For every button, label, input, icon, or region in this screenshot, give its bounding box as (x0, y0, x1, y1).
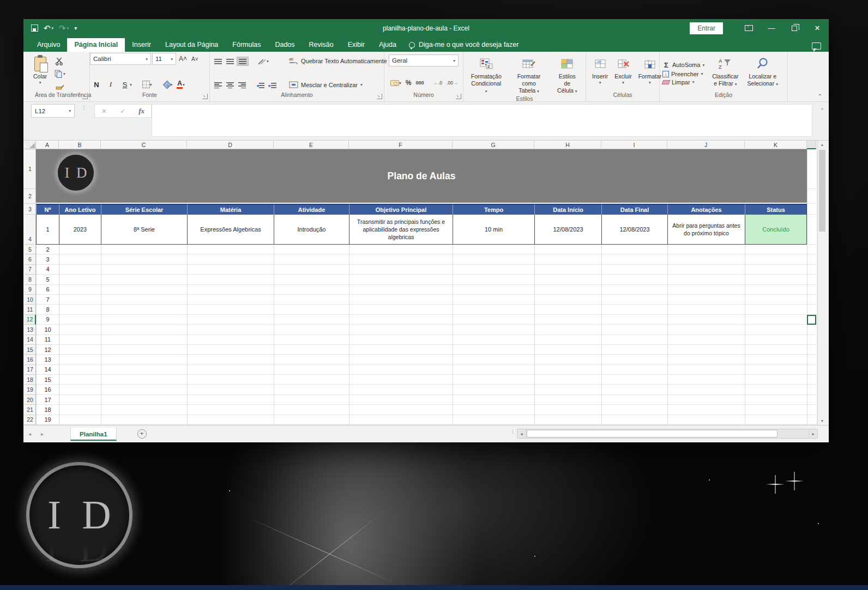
empty-cell[interactable] (274, 265, 349, 275)
empty-cell[interactable] (101, 254, 187, 264)
column-header-e[interactable]: E (274, 141, 349, 149)
data-cell[interactable]: 1 (36, 215, 59, 245)
cell-a5[interactable]: 2 (36, 245, 59, 254)
empty-cell[interactable] (745, 325, 807, 334)
empty-cell[interactable] (745, 415, 807, 425)
increase-indent-button[interactable]: ▸ (267, 81, 279, 89)
empty-cell[interactable] (349, 325, 453, 334)
empty-cell[interactable] (601, 265, 667, 275)
empty-cell[interactable] (601, 315, 667, 325)
empty-cell[interactable] (601, 335, 667, 345)
add-sheet-button[interactable]: + (137, 429, 147, 439)
data-cell[interactable]: Abrir para perguntas antes do próximo tó… (667, 215, 745, 245)
borders-button[interactable]: ▾ (141, 80, 154, 89)
empty-cell[interactable] (453, 315, 534, 325)
cell-a6[interactable]: 3 (36, 254, 59, 264)
empty-cell[interactable] (601, 385, 667, 394)
data-cell[interactable]: 8ª Serie (101, 215, 187, 245)
feedback-icon[interactable] (812, 42, 821, 50)
empty-cell[interactable] (745, 385, 807, 394)
empty-cell[interactable] (349, 375, 453, 385)
table-header-cell[interactable]: Data Final (601, 204, 667, 215)
cancel-button[interactable]: ✕ (101, 107, 107, 115)
empty-cell[interactable] (745, 254, 807, 264)
empty-cell[interactable] (745, 245, 807, 254)
empty-cell[interactable] (534, 315, 601, 325)
column-header-f[interactable]: F (349, 141, 453, 149)
cell-a10[interactable]: 7 (36, 295, 59, 305)
sheet-nav-left-icon[interactable]: ◂ (23, 431, 36, 437)
cell-a19[interactable]: 16 (36, 385, 59, 394)
empty-cell[interactable] (745, 405, 807, 415)
empty-cell[interactable] (534, 325, 601, 334)
empty-cell[interactable] (601, 365, 667, 375)
ribbon-tab-f-rmulas[interactable]: Fórmulas (225, 38, 268, 52)
empty-cell[interactable] (349, 415, 453, 425)
delete-cells-button[interactable]: Excluir ▾ (611, 54, 635, 92)
insert-cells-button[interactable]: ← Inserir ▾ (589, 54, 611, 92)
fill-button[interactable]: ↓Preencher▾ (662, 71, 704, 77)
empty-cell[interactable] (745, 265, 807, 275)
ribbon-tab-p-gina-inicial[interactable]: Página Inicial (67, 38, 125, 52)
vertical-scrollbar[interactable]: ▲ ▼ (817, 141, 827, 425)
empty-cell[interactable] (667, 325, 745, 334)
row-header[interactable]: 20 (25, 395, 36, 405)
empty-cell[interactable] (534, 335, 601, 345)
column-header-b[interactable]: B (59, 141, 101, 149)
empty-cell[interactable] (274, 325, 349, 334)
undo-button[interactable]: ↶▾ (44, 24, 53, 32)
scroll-up-icon[interactable]: ▲ (818, 141, 827, 149)
empty-cell[interactable] (349, 265, 453, 275)
empty-cell[interactable] (59, 305, 101, 314)
empty-cell[interactable] (59, 355, 101, 364)
data-cell[interactable]: Expressões Algebricas (187, 215, 274, 245)
empty-cell[interactable] (349, 245, 453, 254)
empty-cell[interactable] (101, 415, 187, 425)
empty-cell[interactable] (667, 275, 745, 284)
row-header[interactable]: 17 (25, 365, 36, 375)
empty-cell[interactable] (349, 355, 453, 364)
empty-cell[interactable] (59, 415, 101, 425)
empty-cell[interactable] (807, 295, 816, 305)
font-size-select[interactable]: 11▾ (152, 53, 176, 65)
row-header[interactable]: 22 (25, 415, 36, 425)
redo-button[interactable]: ↷▾ (59, 24, 69, 32)
empty-cell[interactable] (101, 405, 187, 415)
empty-cell[interactable] (453, 415, 534, 425)
empty-cell[interactable] (187, 415, 274, 425)
shrink-font-button[interactable]: A˅ (190, 55, 200, 63)
cell-styles-button[interactable]: Estilos de Célula ▾ (552, 54, 583, 95)
horizontal-scrollbar[interactable]: ◂ ▸ (517, 429, 818, 439)
column-header-a[interactable]: A (36, 141, 59, 149)
empty-cell[interactable] (807, 405, 816, 415)
scroll-left-icon[interactable]: ◂ (517, 429, 526, 438)
empty-cell[interactable] (59, 254, 101, 264)
clipboard-dialog-launcher[interactable]: ↘ (82, 94, 88, 99)
empty-cell[interactable] (601, 285, 667, 295)
wrap-text-button[interactable]: ab Quebrar Texto Automaticamente (287, 56, 389, 65)
empty-cell[interactable] (274, 365, 349, 375)
table-header-cell[interactable]: Anotações (667, 204, 745, 215)
name-box[interactable]: L12 ▾ (31, 104, 75, 118)
column-header-j[interactable]: J (667, 141, 745, 149)
empty-cell[interactable] (101, 275, 187, 284)
empty-cell[interactable] (807, 355, 816, 364)
cell-a21[interactable]: 18 (36, 405, 59, 415)
empty-cell[interactable] (534, 345, 601, 355)
empty-cell[interactable] (274, 345, 349, 355)
data-cell[interactable]: Introdução (274, 215, 349, 245)
empty-cell[interactable] (453, 345, 534, 355)
empty-cell[interactable] (667, 345, 745, 355)
empty-cell[interactable] (745, 355, 807, 364)
empty-cell[interactable] (187, 275, 274, 284)
formula-input[interactable] (152, 104, 812, 137)
empty-cell[interactable] (667, 315, 745, 325)
restore-button[interactable] (783, 19, 806, 37)
empty-cell[interactable] (59, 295, 101, 305)
align-right-button[interactable] (237, 81, 248, 89)
empty-cell[interactable] (807, 335, 816, 345)
empty-cell[interactable] (667, 335, 745, 345)
empty-cell[interactable] (101, 345, 187, 355)
column-header-k[interactable]: K (745, 141, 807, 149)
empty-cell[interactable] (667, 405, 745, 415)
